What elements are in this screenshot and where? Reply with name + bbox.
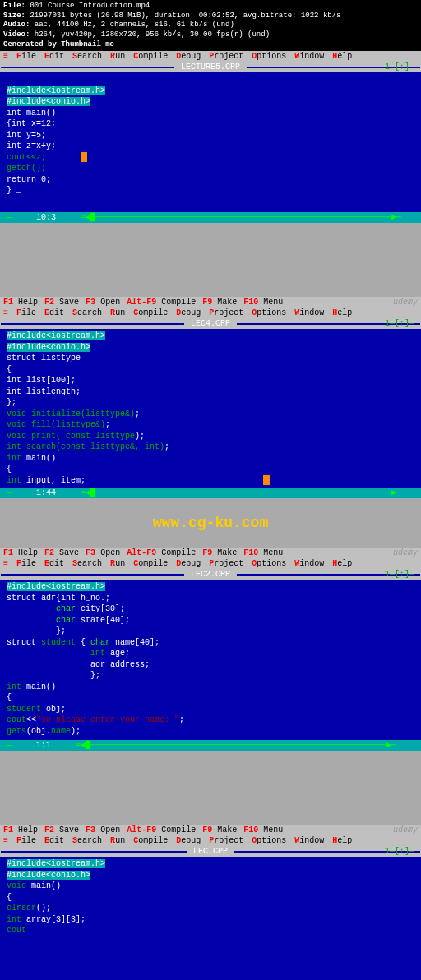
scroll-indicator-icon[interactable]: ═◄█─────────────────────────────────────… (81, 488, 401, 497)
menu-file[interactable]: File (16, 52, 36, 61)
f3-key[interactable]: F3 (86, 298, 95, 307)
arrow-left-icon: — (7, 488, 12, 497)
menu-file[interactable]: File (16, 308, 36, 317)
code-editor[interactable]: #include<iostream.h> struct adr{int h_no… (0, 580, 421, 740)
menu-window[interactable]: Window (294, 559, 324, 568)
f2-key[interactable]: F2 (44, 825, 54, 834)
filename: LEC2.CPP (184, 570, 237, 579)
scroll-indicator-icon[interactable]: ═◄█─────────────────────────────────────… (76, 741, 396, 750)
f3-key[interactable]: F3 (86, 825, 95, 834)
code-line: getch(); (7, 164, 46, 173)
menu-bar[interactable]: ≡ File Edit Search Run Compile Debug Pro… (0, 307, 421, 318)
code-editor[interactable]: #include<iostream.h> #include<conio.h> i… (0, 72, 421, 212)
menu-debug[interactable]: Debug (176, 52, 201, 61)
f9-key[interactable]: F9 (202, 548, 212, 557)
menu-options[interactable]: Options (252, 836, 286, 845)
code-editor[interactable]: #include<iostream.h> #include<conio.h> s… (0, 329, 421, 488)
code-editor[interactable]: #include<iostream.h> #include<conio.h> v… (0, 857, 421, 980)
altf9-key[interactable]: Alt-F9 (127, 825, 156, 834)
scroll-indicator-icon[interactable]: ═◄█─────────────────────────────────────… (81, 213, 401, 222)
udemy-watermark: udemy (393, 825, 418, 834)
desktop-area (0, 751, 421, 825)
menu-bar[interactable]: ≡ File Edit Search Run Compile Debug Pro… (0, 835, 421, 846)
help-bar: F1 Help F2 Save F3 Open Alt-F9 Compile F… (0, 548, 421, 558)
file-info-block: File: 001 Course Introduction.mp4 Size: … (0, 0, 421, 51)
menu-project[interactable]: Project (209, 559, 243, 568)
f10-key[interactable]: F10 (243, 298, 258, 307)
menu-file[interactable]: File (16, 559, 36, 568)
menu-edit[interactable]: Edit (44, 559, 64, 568)
f9-label: Make (217, 825, 237, 834)
menu-debug[interactable]: Debug (176, 559, 201, 568)
f1-key[interactable]: F1 (3, 298, 13, 307)
system-menu-icon[interactable]: ≡ (3, 559, 8, 568)
menu-edit[interactable]: Edit (44, 836, 64, 845)
menu-compile[interactable]: Compile (133, 52, 168, 61)
help-bar: F1 Help F2 Save F3 Open Alt-F9 Compile F… (0, 297, 421, 307)
menu-window[interactable]: Window (294, 52, 324, 61)
system-menu-icon[interactable]: ≡ (3, 52, 8, 61)
f3-key[interactable]: F3 (86, 548, 95, 557)
menu-run[interactable]: Run (110, 836, 125, 845)
menu-options[interactable]: Options (252, 308, 286, 317)
gen-label: Generated by Thumbnail me (3, 40, 114, 49)
altf9-key[interactable]: Alt-F9 (127, 548, 156, 557)
menu-window[interactable]: Window (294, 308, 324, 317)
menu-run[interactable]: Run (110, 308, 125, 317)
f2-label: Save (59, 298, 79, 307)
menu-search[interactable]: Search (72, 308, 102, 317)
f1-key[interactable]: F1 (3, 825, 13, 834)
editor-title: LEC4.CPP 1—[↑]— (0, 318, 421, 329)
f1-label: Help (18, 548, 38, 557)
menu-help[interactable]: Help (332, 836, 352, 845)
f2-label: Save (59, 548, 79, 557)
f2-key[interactable]: F2 (44, 298, 54, 307)
f10-label: Menu (263, 298, 283, 307)
system-menu-icon[interactable]: ≡ (3, 308, 8, 317)
editor-title: LECTURE5.CPP 1—[↑]— (0, 62, 421, 72)
menu-window[interactable]: Window (294, 836, 324, 845)
menu-file[interactable]: File (16, 836, 36, 845)
menu-edit[interactable]: Edit (44, 308, 64, 317)
menu-debug[interactable]: Debug (176, 836, 201, 845)
menu-search[interactable]: Search (72, 836, 102, 845)
altf9-label: Compile (161, 825, 196, 834)
f10-key[interactable]: F10 (243, 548, 258, 557)
f9-key[interactable]: F9 (202, 825, 212, 834)
audio-value: aac, 44100 Hz, 2 channels, s16, 61 kb/s … (35, 21, 234, 29)
menu-debug[interactable]: Debug (176, 308, 201, 317)
menu-compile[interactable]: Compile (133, 308, 168, 317)
menu-help[interactable]: Help (332, 52, 352, 61)
menu-compile[interactable]: Compile (133, 836, 168, 845)
menu-edit[interactable]: Edit (44, 52, 64, 61)
f10-key[interactable]: F10 (243, 825, 258, 834)
f3-label: Open (100, 825, 120, 834)
menu-options[interactable]: Options (252, 52, 286, 61)
f3-label: Open (100, 548, 120, 557)
arrow-left-icon: — (7, 213, 12, 222)
menu-compile[interactable]: Compile (133, 559, 168, 568)
menu-bar[interactable]: ≡ File Edit Search Run Compile Debug Pro… (0, 51, 421, 62)
f1-key[interactable]: F1 (3, 548, 13, 557)
menu-bar[interactable]: ≡ File Edit Search Run Compile Debug Pro… (0, 558, 421, 569)
menu-options[interactable]: Options (252, 559, 286, 568)
menu-help[interactable]: Help (332, 559, 352, 568)
menu-run[interactable]: Run (110, 52, 125, 61)
f2-key[interactable]: F2 (44, 548, 54, 557)
altf9-key[interactable]: Alt-F9 (127, 298, 156, 307)
menu-help[interactable]: Help (332, 308, 352, 317)
menu-project[interactable]: Project (209, 52, 243, 61)
menu-search[interactable]: Search (72, 559, 102, 568)
f1-label: Help (18, 298, 38, 307)
f9-label: Make (217, 298, 237, 307)
filename: LEC.CPP (187, 847, 234, 856)
menu-search[interactable]: Search (72, 52, 102, 61)
menu-run[interactable]: Run (110, 559, 125, 568)
window-indicator: 1—[↑]— (385, 319, 414, 328)
audio-label: Audio: (3, 21, 30, 29)
system-menu-icon[interactable]: ≡ (3, 836, 8, 845)
desktop-area (0, 223, 421, 297)
f9-key[interactable]: F9 (202, 298, 212, 307)
menu-project[interactable]: Project (209, 836, 243, 845)
menu-project[interactable]: Project (209, 308, 243, 317)
